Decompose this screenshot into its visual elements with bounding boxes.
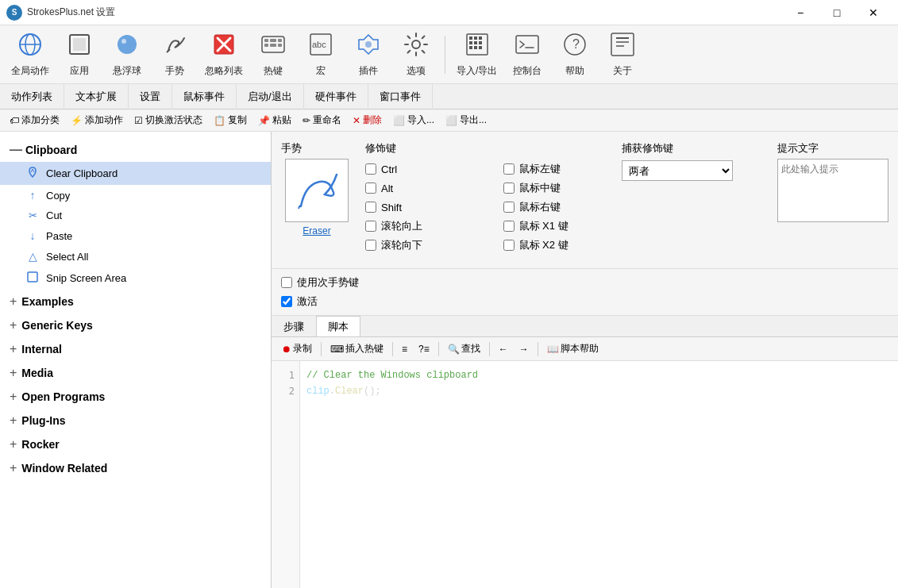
toggle-active-button[interactable]: ☑ 切换激活状态 [129,112,207,129]
toolbar-apply[interactable]: 应用 [57,30,102,79]
alt-checkbox[interactable] [365,183,376,194]
copy-button[interactable]: 📋 复制 [209,112,252,129]
close-button[interactable]: ✕ [855,0,892,25]
global-action-label: 全局动作 [11,64,49,78]
toolbar-import-export[interactable]: 导入/导出 [452,30,502,79]
shift-checkbox[interactable] [365,202,376,213]
svg-point-19 [365,41,372,48]
delete-button[interactable]: ✕ 删除 [348,112,387,129]
tab-steps[interactable]: 步骤 [272,316,316,336]
ctrl-checkbox[interactable] [365,163,376,175]
export-button[interactable]: ⬜ 导出... [441,112,491,129]
category-internal[interactable]: + Internal [0,337,271,361]
insert-hotkey-icon: ⌨ [330,344,344,355]
record-button[interactable]: ⏺ 录制 [278,340,316,357]
paste-button[interactable]: 📌 粘贴 [253,112,296,129]
script-tabs: 步骤 脚本 [272,316,898,337]
toolbar-about[interactable]: 关于 [600,30,645,79]
mouse-middle-checkbox[interactable] [503,183,515,194]
category-open-programs[interactable]: + Open Programs [0,385,271,409]
item-snip-screen[interactable]: Snip Screen Area [0,267,271,290]
script-help-button[interactable]: 📖 脚本帮助 [543,340,603,357]
modifier-ctrl: Ctrl [365,162,472,176]
mouse-right-label: 鼠标右键 [519,200,561,214]
insert-hotkey-button[interactable]: ⌨ 插入热键 [326,340,387,357]
category-window-related[interactable]: + Window Related [0,456,271,480]
item-clear-clipboard[interactable]: Clear Clipboard [0,162,271,185]
svg-rect-26 [474,41,477,44]
category-generic-keys[interactable]: + Generic Keys [0,313,271,337]
tab-start-exit[interactable]: 启动/退出 [237,84,304,110]
paste-icon: 📌 [258,115,270,126]
modifier-mouse-x2: 鼠标 X2 键 [503,238,610,252]
add-category-button[interactable]: 🏷 添加分类 [5,112,64,129]
record-icon: ⏺ [282,344,291,355]
category-media[interactable]: + Media [0,361,271,385]
add-action-button[interactable]: ⚡ 添加动作 [66,112,128,129]
toolbar-options[interactable]: 选项 [394,30,438,79]
action-bar: 🏷 添加分类 ⚡ 添加动作 ☑ 切换激活状态 📋 复制 📌 粘贴 ✏ 重命名 ✕… [0,110,898,132]
tab-mouse-events[interactable]: 鼠标事件 [172,84,237,110]
tab-action-list[interactable]: 动作列表 [0,84,64,110]
examples-label: Examples [21,295,73,308]
window-related-label: Window Related [21,462,107,475]
svg-rect-27 [479,41,482,44]
toolbar-console[interactable]: 控制台 [505,30,549,79]
toolbar-hover-ball[interactable]: 悬浮球 [105,30,149,79]
right-panel: 手势 Eraser 修饰键 Ctrl [272,132,898,588]
maximize-button[interactable]: □ [819,0,855,25]
code-var: clip [306,386,330,397]
toolbar-ignore-list[interactable]: 忽略列表 [200,30,248,79]
mouse-right-checkbox[interactable] [503,202,515,213]
export-icon: ⬜ [445,115,457,126]
gesture-preview[interactable] [285,159,349,222]
mouse-x1-checkbox[interactable] [503,221,515,232]
secondary-gesture-checkbox[interactable] [281,277,292,288]
tab-hardware-events[interactable]: 硬件事件 [304,84,368,110]
svg-rect-24 [479,37,482,40]
hint-input[interactable] [777,159,888,222]
minimize-button[interactable]: − [782,0,819,25]
forward-button[interactable]: → [515,342,533,356]
hotkey-icon [260,32,286,61]
script-toolbar: ⏺ 录制 ⌨ 插入热键 ≡ ?≡ 🔍 查找 ← [272,337,898,361]
activate-checkbox[interactable] [281,296,292,307]
back-button[interactable]: ← [495,342,512,356]
category-plug-ins[interactable]: + Plug-Ins [0,409,271,432]
category-examples[interactable]: + Examples [0,290,271,313]
toolbar-macro[interactable]: abc 宏 [299,30,343,79]
svg-rect-11 [264,39,268,42]
rename-button[interactable]: ✏ 重命名 [298,112,346,129]
scroll-down-checkbox[interactable] [365,240,376,251]
item-paste[interactable]: ↓ Paste [0,225,271,246]
toolbar-gesture[interactable]: 手势 [152,30,197,79]
svg-rect-14 [264,44,268,47]
tab-settings[interactable]: 设置 [129,84,172,110]
expand-icon7: + [10,437,17,452]
import-button[interactable]: ⬜ 导入... [388,112,439,129]
toolbar-global-action[interactable]: 全局动作 [6,30,54,79]
category-rocker[interactable]: + Rocker [0,432,271,456]
item-copy[interactable]: ↑ Copy [0,185,271,206]
category-clipboard[interactable]: — Clipboard [0,138,271,162]
activate-option: 激活 [281,294,888,309]
gesture-name[interactable]: Eraser [303,225,330,236]
capture-select[interactable]: 两者 左键 右键 无 [622,160,733,181]
capture-title: 捕获修饰键 [622,141,765,156]
toolbar-plugin[interactable]: 插件 [346,30,391,79]
hotkey-label: 热键 [264,64,283,78]
tab-script[interactable]: 脚本 [316,316,360,336]
toolbar-hotkey[interactable]: 热键 [251,30,295,79]
toolbar-help[interactable]: ? 帮助 [553,30,597,79]
scroll-up-checkbox[interactable] [365,221,376,232]
item-cut[interactable]: ✂ Cut [0,206,271,225]
tab-window-events[interactable]: 窗口事件 [368,84,433,110]
item-select-all[interactable]: △ Select All [0,246,271,267]
mouse-x2-checkbox[interactable] [503,240,515,251]
mouse-left-checkbox[interactable] [503,163,515,175]
code-content[interactable]: // Clear the Windows clipboard clip.Clea… [300,361,898,588]
tab-text-expand[interactable]: 文本扩展 [64,84,129,110]
search-button[interactable]: 🔍 查找 [444,340,484,357]
format-button[interactable]: ≡ [398,342,411,356]
format2-button[interactable]: ?≡ [414,342,434,356]
